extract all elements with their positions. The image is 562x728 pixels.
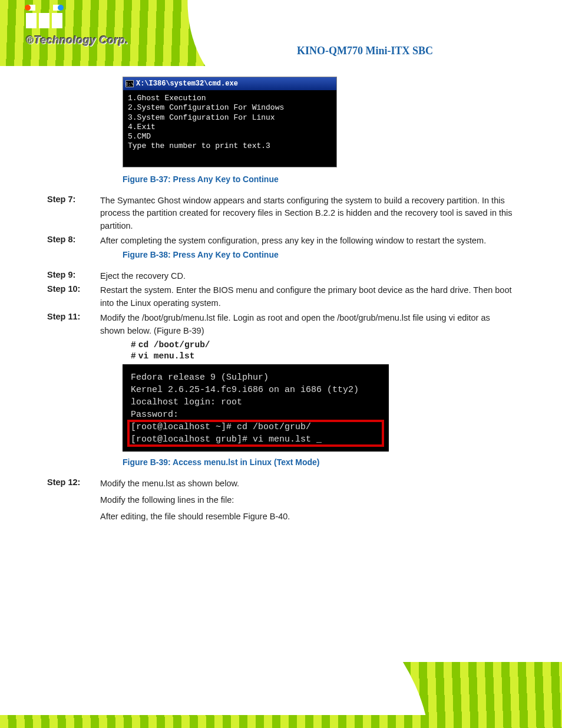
step-label: Step 10: [47, 284, 100, 310]
cmd-line: 3.System Configuration For Linux [128, 113, 275, 122]
logo-text: ®Technology Corp. [26, 34, 128, 47]
figure-caption: Figure B-37: Press Any Key to Continue [123, 174, 515, 184]
step-text: Restart the system. Enter the BIOS menu … [100, 284, 515, 310]
term-line: Kernel 2.6.25-14.fc9.i686 on an i686 (tt… [123, 384, 389, 396]
term-line: localhost login: root [123, 396, 389, 409]
step-label: Step 12: [47, 477, 100, 490]
command-bullet: # cd /boot/grub/ [131, 340, 515, 350]
term-line: Password: [123, 409, 389, 421]
cmd-line: 5.CMD [128, 132, 151, 141]
prompt: # [131, 340, 136, 350]
page-content: C:\ X:\I386\system32\cmd.exe 1.Ghost Exe… [0, 66, 562, 527]
step-label: Step 9: [47, 270, 100, 283]
term-line: [root@localhost grub]# vi menu.lst _ [123, 433, 389, 446]
step-list: Step 12: Modify the menu.lst as shown be… [47, 477, 515, 490]
term-line: [root@localhost ~]# cd /boot/grub/ [123, 421, 389, 433]
product-title: KINO-QM770 Mini-ITX SBC [297, 45, 433, 57]
logo-name: Technology Corp. [34, 34, 128, 46]
command-bullets: # cd /boot/grub/ # vi menu.lst [131, 340, 515, 361]
cmd-body: 1.Ghost Execution 2.System Configuration… [123, 90, 336, 167]
command-text: vi menu.lst [138, 351, 195, 361]
linux-terminal: Fedora release 9 (Sulphur) Kernel 2.6.25… [123, 364, 389, 452]
logo-glyphs [26, 13, 128, 28]
step-row: Step 8: After completing the system conf… [47, 235, 515, 248]
step-text: After completing the system configuratio… [100, 235, 515, 248]
command-bullet: # vi menu.lst [131, 351, 515, 361]
logo-prefix: ® [26, 34, 34, 46]
cmd-titlebar: C:\ X:\I386\system32\cmd.exe [123, 77, 336, 90]
step-label: Step 8: [47, 235, 100, 248]
prompt: # [131, 351, 136, 361]
step-row: Step 7: The Symantec Ghost window appear… [47, 195, 515, 233]
cmd-icon: C:\ [125, 80, 134, 87]
step-row: Step 12: Modify the menu.lst as shown be… [47, 477, 515, 490]
step-text: Eject the recovery CD. [100, 270, 515, 283]
step-list: Step 9: Eject the recovery CD. Step 10: … [47, 270, 515, 338]
cmd-line: 1.Ghost Execution [128, 94, 206, 103]
cmd-line: 2.System Configuration For Windows [128, 103, 284, 112]
step-label: Step 7: [47, 195, 100, 233]
logo-letter [52, 13, 62, 28]
footer-banner [0, 662, 562, 728]
command-text: cd /boot/grub/ [138, 340, 210, 350]
header-banner: ®Technology Corp. KINO-QM770 Mini-ITX SB… [0, 0, 562, 66]
step-text: The Symantec Ghost window appears and st… [100, 195, 515, 233]
cmd-line: 4.Exit [128, 123, 156, 131]
cmd-title: X:\I386\system32\cmd.exe [136, 80, 238, 88]
step-list: Step 7: The Symantec Ghost window appear… [47, 195, 515, 248]
step-row: Step 11: Modify the /boot/grub/menu.lst … [47, 312, 515, 338]
figure-caption: Figure B-39: Access menu.lst in Linux (T… [123, 457, 515, 467]
step-label: Step 11: [47, 312, 100, 338]
logo-block: ®Technology Corp. [26, 13, 128, 47]
figure-caption: Figure B-38: Press Any Key to Continue [123, 250, 515, 259]
step-text: Modify the /boot/grub/menu.lst file. Log… [100, 312, 515, 338]
cmd-line: Type the number to print text.3 [128, 141, 270, 150]
logo-letter [39, 13, 49, 28]
cmd-window: C:\ X:\I386\system32\cmd.exe 1.Ghost Exe… [123, 77, 337, 167]
term-line: Fedora release 9 (Sulphur) [123, 371, 389, 384]
paragraph: Modify the following lines in the file: [100, 494, 515, 507]
step-text: Modify the menu.lst as shown below. [100, 477, 515, 490]
logo-letter [26, 13, 37, 28]
paragraph: After editing, the file should resemble … [100, 510, 515, 523]
step-row: Step 9: Eject the recovery CD. [47, 270, 515, 283]
step-row: Step 10: Restart the system. Enter the B… [47, 284, 515, 310]
